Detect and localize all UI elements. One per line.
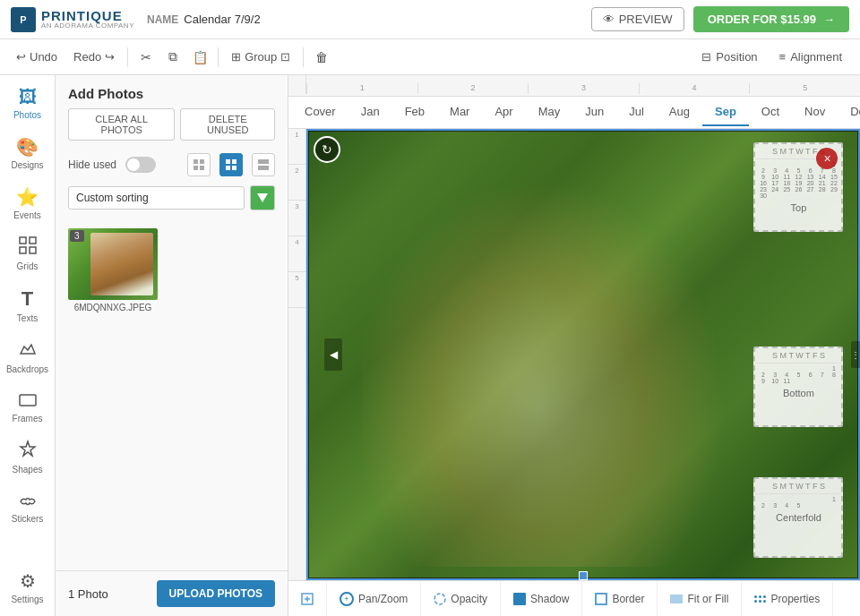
logo-sub: AN ADORAMA COMPANY (41, 22, 134, 30)
tab-may[interactable]: May (526, 98, 573, 126)
redo-button[interactable]: Redo ↪ (66, 47, 122, 67)
sorting-dropdown[interactable]: Custom sorting (68, 186, 245, 210)
expand-button[interactable] (288, 581, 327, 616)
copy-button[interactable]: ⧉ (160, 45, 185, 70)
sidebar-item-designs[interactable]: 🎨 Designs (3, 129, 53, 177)
sidebar-item-frames[interactable]: Frames (3, 383, 53, 431)
sidebar-item-grids[interactable]: Grids (3, 229, 53, 278)
grids-icon (19, 236, 37, 259)
undo-button[interactable]: ↩ Undo (9, 47, 64, 67)
top-overlay[interactable]: S M T W T F S 1 2345678 9101112131415 16… (753, 142, 843, 232)
view-large-button[interactable] (252, 153, 275, 176)
sidebar-item-stickers[interactable]: Stickers (3, 483, 53, 531)
tab-jan[interactable]: Jan (348, 98, 392, 126)
tab-aug[interactable]: Aug (657, 98, 702, 126)
panel-title: Add Photos (56, 75, 288, 108)
toolbar-separator-2 (218, 47, 219, 67)
tab-oct[interactable]: Oct (749, 98, 792, 126)
alignment-button[interactable]: ≡ Alignment (770, 47, 851, 67)
fit-fill-button[interactable]: Fit or Fill (658, 581, 742, 616)
settings-icon: ⚙ (20, 570, 36, 592)
preview-button[interactable]: 👁 PREVIEW (591, 7, 684, 31)
svg-rect-6 (194, 159, 198, 164)
upload-photos-button[interactable]: UPLOAD PHOTOS (157, 580, 275, 607)
right-resize-handle[interactable]: ⋮ (851, 341, 860, 368)
toolbar-separator-1 (127, 47, 128, 67)
position-icon: ⊟ (701, 50, 711, 64)
sorting-arrow-button[interactable] (250, 185, 275, 210)
view-medium-button[interactable] (219, 153, 243, 176)
redo-icon: ↪ (105, 50, 115, 64)
bottom-overlay[interactable]: S M T W T F S 1 2345678 91011 Bottom (753, 346, 843, 427)
bottom-handle[interactable] (579, 571, 588, 580)
sidebar-item-texts[interactable]: T Texts (3, 280, 53, 330)
canvas-main[interactable]: ↻ ◀ S M T W T F S 1 2345678 91011121 (306, 129, 860, 580)
svg-rect-8 (194, 166, 198, 170)
delete-unused-button[interactable]: DELETE UNUSED (180, 108, 275, 141)
tab-feb[interactable]: Feb (392, 98, 437, 126)
list-item[interactable]: 3 6MDQNNXG.JPEG (68, 228, 158, 563)
rotate-icon[interactable]: ↻ (314, 136, 340, 163)
centerfold-overlay[interactable]: S M T W T F S 1 2345 Centerfold (753, 477, 843, 558)
shadow-button[interactable]: Shadow (501, 581, 582, 616)
tab-dec[interactable]: Dec (838, 98, 860, 126)
ruler-mark: 3 (528, 83, 639, 94)
svg-rect-2 (20, 247, 26, 253)
svg-rect-4 (20, 395, 36, 406)
svg-marker-5 (21, 441, 35, 456)
alignment-icon: ≡ (779, 50, 787, 64)
svg-rect-9 (200, 166, 204, 170)
sidebar-item-shapes[interactable]: Shapes (3, 432, 53, 482)
tab-apr[interactable]: Apr (482, 98, 525, 126)
paste-button[interactable]: 📋 (187, 45, 212, 70)
toolbar-separator-3 (303, 47, 304, 67)
arrow-right-icon: → (823, 13, 835, 26)
properties-icon (754, 595, 766, 603)
order-button[interactable]: ORDER FOR $15.99 → (693, 6, 849, 32)
clear-all-photos-button[interactable]: CLEAR ALL PHOTOS (68, 108, 175, 141)
sidebar-item-photos[interactable]: 🖼 Photos (3, 80, 53, 127)
svg-rect-10 (226, 159, 230, 164)
group-button[interactable]: ⊞ Group ⊡ (224, 47, 297, 67)
designs-icon: 🎨 (16, 136, 39, 158)
cut-button[interactable]: ✂ (133, 45, 159, 70)
svg-rect-12 (226, 166, 230, 170)
prev-arrow[interactable]: ◀ (324, 338, 342, 371)
tab-cover[interactable]: Cover (292, 98, 348, 126)
svg-rect-14 (258, 159, 269, 164)
opacity-button[interactable]: Opacity (421, 581, 501, 616)
position-button[interactable]: ⊟ Position (692, 47, 766, 67)
tab-nov[interactable]: Nov (792, 98, 838, 126)
group-extra-icon: ⊡ (280, 50, 290, 64)
tab-mar[interactable]: Mar (437, 98, 482, 126)
shadow-icon (513, 593, 526, 605)
frames-icon (19, 390, 37, 411)
border-button[interactable]: Border (582, 581, 658, 616)
sidebar-item-events[interactable]: ⭐ Events (3, 179, 53, 227)
pan-zoom-button[interactable]: + Pan/Zoom (327, 581, 421, 616)
centerfold-overlay-label: Centerfold (755, 510, 841, 525)
sorting-dropdown-btn[interactable]: Custom sorting (68, 186, 245, 210)
logo-icon: P (11, 7, 36, 32)
ruler-top: 1 2 3 4 5 (288, 75, 860, 97)
backdrops-icon (19, 339, 37, 362)
panel-footer: 1 Photo UPLOAD PHOTOS (56, 570, 288, 616)
delete-button[interactable]: 🗑 (309, 45, 334, 70)
properties-button[interactable]: Properties (742, 581, 833, 616)
svg-rect-1 (30, 237, 36, 244)
stickers-icon (19, 491, 37, 511)
sidebar-item-settings[interactable]: ⚙ Settings (3, 563, 53, 612)
tab-sep[interactable]: Sep (702, 98, 749, 126)
pan-zoom-icon: + (340, 592, 354, 606)
svg-rect-13 (232, 166, 236, 170)
tab-jun[interactable]: Jun (572, 98, 616, 126)
ruler-mark: 4 (639, 83, 750, 94)
photos-icon: 🖼 (19, 87, 37, 107)
tab-jul[interactable]: Jul (616, 98, 657, 126)
view-small-button[interactable] (187, 153, 211, 176)
border-icon (595, 593, 607, 605)
hide-used-toggle[interactable] (125, 157, 156, 173)
canvas-wrapper[interactable]: 1 2 3 4 5 (288, 129, 860, 580)
sidebar-item-backdrops[interactable]: Backdrops (3, 332, 53, 381)
bottom-overlay-label: Bottom (755, 386, 841, 400)
